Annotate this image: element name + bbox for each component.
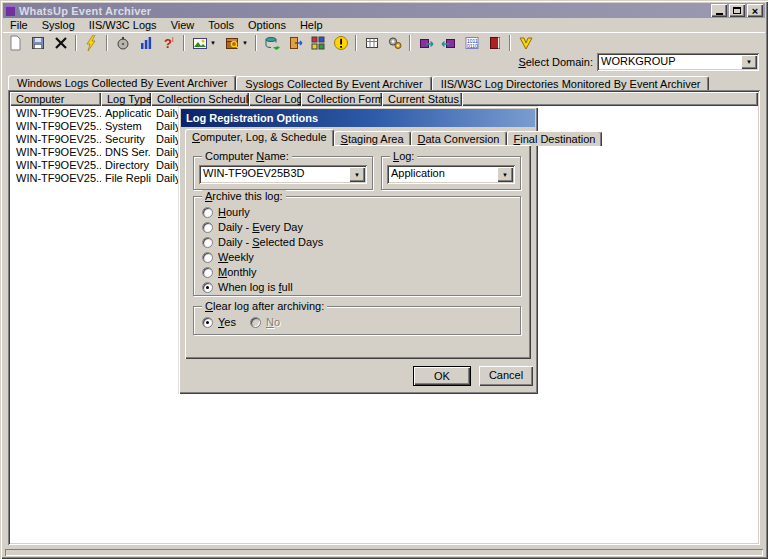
toolbar-separator: [183, 35, 185, 51]
column-header-clear-log[interactable]: Clear Log?: [249, 92, 301, 106]
radio-icon: [202, 252, 213, 263]
toolbar-separator: [255, 35, 257, 51]
maximize-icon: [733, 7, 741, 14]
maximize-button[interactable]: [729, 4, 745, 17]
alarm-button[interactable]: [111, 33, 134, 53]
menu-tools[interactable]: Tools: [201, 18, 241, 32]
ok-button[interactable]: OK: [413, 366, 471, 386]
svg-text:0110: 0110: [467, 43, 478, 49]
save-button[interactable]: [26, 33, 49, 53]
domain-select[interactable]: WORKGROUP ▼: [597, 53, 759, 71]
computer-name-group: Computer Name: WIN-TF9OEV25B3D ▼: [193, 156, 373, 190]
log-type-cell: System: [101, 120, 151, 132]
radio-weekly[interactable]: Weekly: [202, 251, 254, 263]
log-select[interactable]: Application ▼: [387, 165, 515, 184]
table-grid-icon: [364, 35, 380, 51]
help-info-button[interactable]: ?i: [157, 33, 180, 53]
gears-icon: [387, 35, 403, 51]
column-header-log-type[interactable]: Log Type: [101, 92, 151, 106]
computer-cell: WIN-TF9OEV25...: [16, 133, 101, 145]
radio-icon: [202, 267, 213, 278]
archive-viewer-dropdown-button[interactable]: ▼: [220, 33, 252, 53]
lightning-icon: [84, 35, 100, 51]
radio-monthly[interactable]: Monthly: [202, 266, 257, 278]
domain-select-value: WORKGROUP: [597, 53, 739, 71]
computer-cell: WIN-TF9OEV25...: [16, 107, 101, 119]
refresh-database-icon: [264, 35, 280, 51]
radio-daily-selected-days[interactable]: Daily - Selected Days: [202, 236, 323, 248]
close-button[interactable]: ×: [747, 4, 763, 17]
computer-cell: WIN-TF9OEV25...: [16, 159, 101, 171]
minimize-button[interactable]: [711, 4, 727, 17]
radio-icon: [202, 317, 213, 328]
radio-label: When log is full: [218, 281, 293, 293]
menu-iisw3c-logs[interactable]: IIS/W3C Logs: [82, 18, 164, 32]
radio-when-log-is-full[interactable]: When log is full: [202, 281, 293, 293]
table-grid-button[interactable]: [360, 33, 383, 53]
sync-export-button[interactable]: [414, 33, 437, 53]
binary-codes-icon: 10110110: [464, 35, 480, 51]
toolbar: ?i ▼ ▼ 10110110: [3, 32, 765, 53]
menu-help[interactable]: Help: [293, 18, 330, 32]
column-header-collection-format[interactable]: Collection Format: [301, 92, 382, 106]
delete-button[interactable]: [49, 33, 72, 53]
chevron-down-icon[interactable]: ▼: [497, 167, 513, 182]
tab-iisw3c-directories[interactable]: IIS/W3C Log Directories Monitored By Eve…: [432, 76, 710, 90]
radio-hourly[interactable]: Hourly: [202, 206, 250, 218]
log-type-cell: Security: [101, 133, 151, 145]
sync-import-button[interactable]: [437, 33, 460, 53]
column-header-filler: [462, 92, 758, 106]
radio-icon: [202, 237, 213, 248]
toolbar-separator: [106, 35, 108, 51]
gears-button[interactable]: [383, 33, 406, 53]
computer-name-label: Computer Name:: [202, 150, 292, 162]
dialog-title: Log Registration Options: [186, 112, 318, 124]
log-type-cell: File Repli...: [101, 172, 151, 184]
menu-file[interactable]: File: [3, 18, 35, 32]
menu-syslog[interactable]: Syslog: [35, 18, 82, 32]
column-header-collection-schedule[interactable]: Collection Schedule: [151, 92, 249, 106]
new-document-button[interactable]: [3, 33, 26, 53]
log-type-cell: Directory ...: [101, 159, 151, 171]
computer-name-select[interactable]: WIN-TF9OEV25B3D ▼: [199, 165, 367, 184]
color-grid-icon: [310, 35, 326, 51]
menu-view[interactable]: View: [164, 18, 202, 32]
color-grid-button[interactable]: [306, 33, 329, 53]
log-type-cell: DNS Ser...: [101, 146, 151, 158]
radio-clear-yes[interactable]: Yes: [202, 316, 236, 328]
column-header-current-status[interactable]: Current Status: [382, 92, 462, 106]
tab-final-destination[interactable]: Final Destination: [507, 131, 603, 146]
chevron-down-icon[interactable]: ▼: [741, 55, 757, 69]
select-domain-label: Select Domain:: [518, 56, 593, 68]
binary-codes-button[interactable]: 10110110: [460, 33, 483, 53]
tab-data-conversion[interactable]: Data Conversion: [411, 131, 507, 146]
warning-button[interactable]: [329, 33, 352, 53]
log-value: Application: [387, 165, 495, 184]
radio-clear-no: No: [250, 316, 280, 328]
radio-label: Weekly: [218, 251, 254, 263]
run-now-button[interactable]: [80, 33, 103, 53]
save-icon: [30, 35, 46, 51]
menu-options[interactable]: Options: [241, 18, 293, 32]
radio-daily-every-day[interactable]: Daily - Every Day: [202, 221, 303, 233]
log-book-button[interactable]: [483, 33, 506, 53]
toolbar-separator: [355, 35, 357, 51]
image-viewer-dropdown-button[interactable]: ▼: [188, 33, 220, 53]
archive-group-label: Archive this log:: [202, 190, 286, 202]
close-icon: ×: [752, 6, 758, 16]
whatsup-shield-button[interactable]: [514, 33, 537, 53]
tab-computer-log-schedule[interactable]: Computer, Log, & Schedule: [185, 129, 334, 146]
application-window: WhatsUp Event Archiver × File Syslog IIS…: [0, 0, 768, 559]
exit-door-button[interactable]: [283, 33, 306, 53]
dialog-titlebar[interactable]: Log Registration Options: [181, 109, 535, 127]
chevron-down-icon[interactable]: ▼: [349, 167, 365, 182]
chart-button[interactable]: [134, 33, 157, 53]
tab-windows-logs[interactable]: Windows Logs Collected By Event Archiver: [8, 75, 236, 90]
tab-syslogs[interactable]: Syslogs Collected By Event Archiver: [236, 76, 431, 90]
tab-staging-area[interactable]: Staging Area: [334, 131, 411, 146]
dialog-tab-strip: Computer, Log, & Schedule Staging Area D…: [185, 129, 602, 146]
cancel-button[interactable]: Cancel: [479, 366, 533, 386]
column-header-computer[interactable]: Computer: [10, 92, 101, 106]
main-tab-strip: Windows Logs Collected By Event Archiver…: [8, 75, 762, 90]
refresh-database-button[interactable]: [260, 33, 283, 53]
